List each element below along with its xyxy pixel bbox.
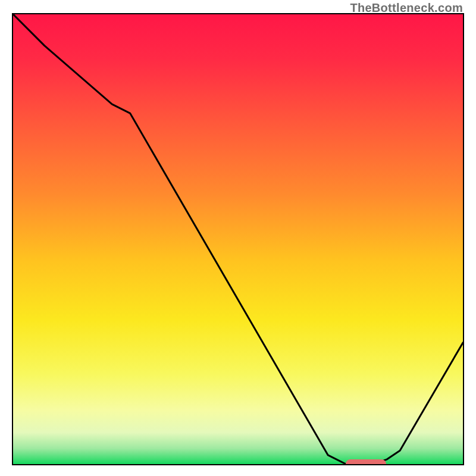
chart-background-gradient [13, 14, 463, 464]
sweet-spot-marker [346, 459, 386, 465]
chart-canvas [13, 14, 463, 464]
chart-frame [12, 13, 464, 465]
